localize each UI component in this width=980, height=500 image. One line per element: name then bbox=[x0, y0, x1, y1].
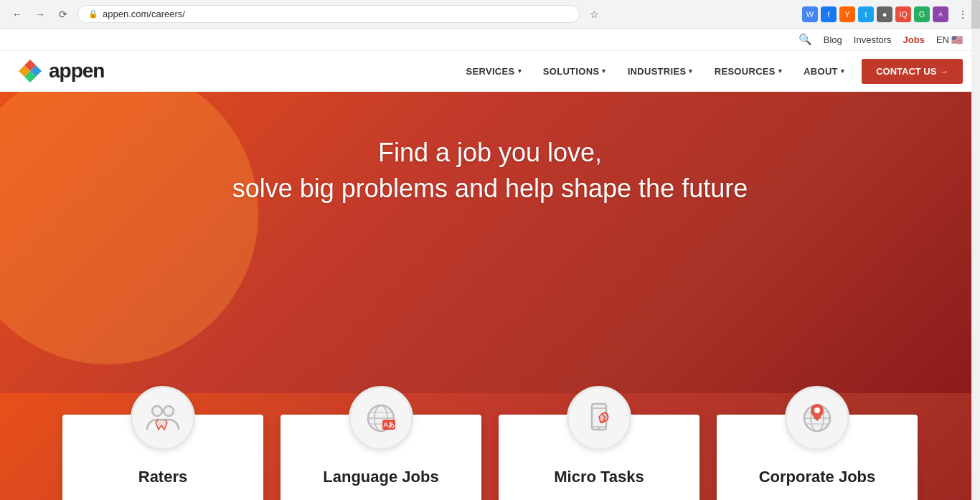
blog-link[interactable]: Blog bbox=[824, 34, 842, 45]
nav-solutions[interactable]: SOLUTIONS ▾ bbox=[533, 60, 616, 82]
language-jobs-card-title: Language Jobs bbox=[308, 468, 453, 486]
raters-icon bbox=[131, 386, 195, 451]
svg-point-5 bbox=[152, 406, 162, 416]
scrollbar-thumb[interactable] bbox=[971, 0, 980, 29]
logo-icon bbox=[17, 58, 43, 84]
lang-text: EN bbox=[936, 34, 949, 45]
corporate-jobs-card: Corporate Jobs Positions affiliated with… bbox=[717, 415, 918, 500]
language-jobs-card: Aあ Language Jobs Flexible work in Transc… bbox=[281, 415, 481, 500]
bookmark-button[interactable]: ☆ bbox=[585, 6, 603, 23]
ext-hn[interactable]: Y bbox=[839, 6, 855, 22]
refresh-button[interactable]: ⟳ bbox=[55, 6, 72, 23]
nav-services-label: SERVICES bbox=[466, 66, 515, 77]
search-button[interactable]: 🔍 bbox=[798, 33, 812, 46]
svg-point-23 bbox=[814, 407, 820, 413]
browser-chrome: ← → ⟳ 🔒 appen.com/careers/ ☆ W f Y t ● I… bbox=[0, 0, 980, 29]
ext-misc[interactable]: ● bbox=[877, 6, 892, 22]
micro-tasks-card: Micro Tasks Simple tasks that can be com… bbox=[499, 415, 699, 500]
nav-resources-label: RESOURCES bbox=[715, 66, 776, 77]
hero-title: Find a job you love, solve big problems … bbox=[232, 135, 748, 207]
chevron-down-icon: ▾ bbox=[602, 67, 606, 75]
back-button[interactable]: ← bbox=[9, 6, 26, 23]
hero-line2: solve big problems and help shape the fu… bbox=[232, 174, 748, 203]
url-text: appen.com/careers/ bbox=[103, 9, 185, 19]
ext-w[interactable]: W bbox=[802, 6, 818, 22]
micro-tasks-icon bbox=[567, 386, 631, 451]
ext-fb[interactable]: f bbox=[821, 6, 837, 22]
chevron-down-icon: ▾ bbox=[778, 67, 782, 75]
language-selector[interactable]: EN 🇺🇸 bbox=[936, 34, 963, 45]
nav-industries-label: INDUSTRIES bbox=[628, 66, 687, 77]
ext-tw[interactable]: t bbox=[858, 6, 874, 22]
flag-icon: 🇺🇸 bbox=[951, 34, 963, 45]
nav-services[interactable]: SERVICES ▾ bbox=[456, 60, 532, 82]
nav-about[interactable]: ABOUT ▾ bbox=[793, 60, 854, 82]
main-nav: SERVICES ▾ SOLUTIONS ▾ INDUSTRIES ▾ RESO… bbox=[456, 59, 963, 84]
nav-about-label: ABOUT bbox=[804, 66, 838, 77]
investors-link[interactable]: Investors bbox=[854, 34, 892, 45]
logo-text: appen bbox=[49, 60, 104, 82]
jobs-link[interactable]: Jobs bbox=[903, 34, 925, 45]
language-icon: Aあ bbox=[349, 386, 413, 451]
svg-point-17 bbox=[598, 428, 600, 430]
ext-a[interactable]: A bbox=[933, 6, 948, 22]
ext-g[interactable]: G bbox=[914, 6, 930, 22]
nav-solutions-label: SOLUTIONS bbox=[543, 66, 600, 77]
cards-section: Raters Flexible, part-time, home-based w… bbox=[0, 393, 980, 500]
svg-text:Aあ: Aあ bbox=[383, 421, 395, 428]
chevron-down-icon: ▾ bbox=[518, 67, 522, 75]
nav-industries[interactable]: INDUSTRIES ▾ bbox=[618, 60, 703, 82]
scrollbar-track[interactable] bbox=[971, 0, 980, 500]
hero-line1: Find a job you love, bbox=[378, 138, 602, 167]
menu-button[interactable]: ⋮ bbox=[954, 6, 971, 23]
micro-tasks-card-title: Micro Tasks bbox=[540, 468, 659, 486]
chevron-down-icon: ▾ bbox=[841, 67, 844, 75]
browser-extensions: W f Y t ● IQ G A bbox=[802, 6, 948, 22]
main-header: appen SERVICES ▾ SOLUTIONS ▾ INDUSTRIES … bbox=[0, 51, 980, 92]
ext-iq[interactable]: IQ bbox=[895, 6, 911, 22]
utility-bar: 🔍 Blog Investors Jobs EN 🇺🇸 bbox=[0, 29, 980, 51]
nav-resources[interactable]: RESOURCES ▾ bbox=[705, 60, 792, 82]
address-bar[interactable]: 🔒 appen.com/careers/ bbox=[77, 5, 580, 23]
corporate-jobs-card-title: Corporate Jobs bbox=[745, 468, 890, 486]
logo-area[interactable]: appen bbox=[17, 58, 104, 84]
lock-icon: 🔒 bbox=[88, 9, 98, 19]
raters-card: Raters Flexible, part-time, home-based w… bbox=[62, 415, 263, 500]
svg-point-6 bbox=[164, 406, 174, 416]
contact-us-button[interactable]: Contact Us → bbox=[862, 59, 963, 84]
hero-banner: Find a job you love, solve big problems … bbox=[0, 92, 980, 393]
chevron-down-icon: ▾ bbox=[689, 67, 692, 75]
raters-card-title: Raters bbox=[124, 468, 202, 486]
forward-button[interactable]: → bbox=[32, 6, 49, 23]
corporate-jobs-icon bbox=[785, 386, 849, 451]
